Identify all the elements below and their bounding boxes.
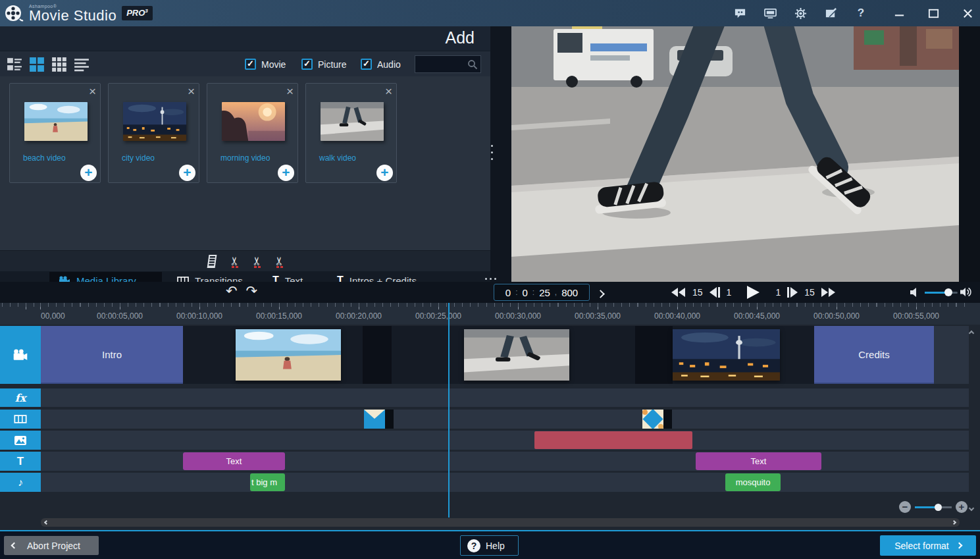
audio-clip-1[interactable]: t big m xyxy=(250,473,285,491)
maximize-button[interactable] xyxy=(926,6,941,20)
frame-back-icon[interactable] xyxy=(709,287,720,298)
view-large-grid-icon[interactable] xyxy=(29,57,45,72)
ruler-label: 00:00:45,000 xyxy=(734,311,780,321)
play-button[interactable] xyxy=(747,286,760,299)
effects-track-header[interactable]: fx xyxy=(0,388,41,407)
skip-back-amount: 15 xyxy=(692,287,703,298)
volume-knob[interactable] xyxy=(944,288,952,296)
scroll-up-icon[interactable] xyxy=(969,328,973,337)
image-track[interactable] xyxy=(0,431,969,450)
media-card-beach[interactable]: × beach video + xyxy=(9,83,101,183)
add-to-timeline-icon[interactable]: + xyxy=(179,165,195,181)
add-to-timeline-icon[interactable]: + xyxy=(278,165,294,181)
zoom-out-icon[interactable]: − xyxy=(899,501,911,513)
picture-checkbox[interactable] xyxy=(301,59,313,70)
timeline-splitter-handle[interactable] xyxy=(485,278,496,280)
help-button[interactable]: ? Help xyxy=(460,535,519,556)
panel-splitter[interactable] xyxy=(490,26,511,282)
volume-slider[interactable] xyxy=(925,292,958,294)
credits-clip[interactable]: Credits xyxy=(814,326,934,384)
city-clip[interactable] xyxy=(673,329,780,381)
filter-movie[interactable]: Movie xyxy=(245,59,286,70)
audio-clip-2[interactable]: mosquito xyxy=(725,473,781,491)
media-card-walk[interactable]: × walk video + xyxy=(305,83,397,183)
close-button[interactable] xyxy=(960,6,975,20)
minimize-button[interactable] xyxy=(892,6,906,20)
zoom-knob[interactable] xyxy=(935,504,942,511)
edit-project-icon[interactable] xyxy=(823,6,838,20)
cut-right-icon[interactable]: ✂ xyxy=(274,254,288,270)
timecode-display[interactable]: 0 : 0 : 25 , 800 xyxy=(494,284,590,301)
view-detail-icon[interactable] xyxy=(7,57,22,72)
screen-mode-icon[interactable] xyxy=(763,6,777,20)
video-track-header[interactable] xyxy=(0,326,41,384)
transition-clip-2[interactable] xyxy=(642,410,663,429)
filter-audio[interactable]: Audio xyxy=(361,59,401,70)
add-to-timeline-icon[interactable]: + xyxy=(80,165,97,181)
text-clip-1[interactable]: Text xyxy=(183,452,285,470)
cut-clip-icon[interactable]: ✂ xyxy=(230,254,243,270)
mute-icon[interactable] xyxy=(910,288,919,297)
frame-fwd-icon[interactable] xyxy=(787,287,798,298)
remove-media-icon[interactable]: × xyxy=(286,85,294,97)
view-list-icon[interactable] xyxy=(74,57,90,72)
transition-shadow xyxy=(385,410,394,429)
beach-clip[interactable] xyxy=(236,329,341,381)
movie-checkbox[interactable] xyxy=(245,59,256,70)
select-format-button[interactable]: Select format xyxy=(880,535,976,556)
transition-track-header[interactable] xyxy=(0,410,41,429)
add-to-timeline-icon[interactable]: + xyxy=(376,165,393,181)
audio-checkbox[interactable] xyxy=(361,59,372,70)
help-icon[interactable]: ? xyxy=(854,6,868,20)
audio-track[interactable]: t big m mosquito xyxy=(0,473,969,492)
volume-icon[interactable] xyxy=(960,287,972,297)
skip-fwd-amount: 15 xyxy=(804,287,815,298)
scroll-down-icon[interactable] xyxy=(969,503,973,512)
remove-media-icon[interactable]: × xyxy=(89,85,96,97)
image-overlay-clip[interactable] xyxy=(534,431,692,449)
playhead[interactable] xyxy=(448,303,450,518)
settings-gear-icon[interactable] xyxy=(793,6,808,20)
text-clip-2[interactable]: Text xyxy=(696,452,821,470)
image-track-header[interactable] xyxy=(0,431,41,450)
image-icon xyxy=(14,436,26,445)
search-box[interactable] xyxy=(415,55,481,73)
remove-media-icon[interactable]: × xyxy=(385,85,392,97)
horizontal-scrollbar[interactable] xyxy=(41,518,960,527)
zoom-in-icon[interactable]: + xyxy=(956,501,967,513)
delete-scene-icon[interactable] xyxy=(207,254,220,270)
transition-track[interactable] xyxy=(0,410,969,429)
intro-clip[interactable]: Intro xyxy=(41,326,183,384)
zoom-slider[interactable] xyxy=(915,506,952,508)
time-expand-icon[interactable] xyxy=(598,288,604,300)
effects-track[interactable] xyxy=(0,388,969,407)
time-ruler[interactable]: 00,000 00:00:05,000 00:00:10,000 00:00:1… xyxy=(0,303,980,325)
splitter-handle-icon xyxy=(491,145,493,160)
text-track[interactable]: Text Text xyxy=(0,452,969,471)
ruler-label: 00:00:30,000 xyxy=(495,311,541,321)
search-input[interactable] xyxy=(415,59,467,69)
frame-back-amount: 1 xyxy=(727,287,732,298)
video-preview[interactable] xyxy=(511,26,959,282)
audio-track-header[interactable]: ♪ xyxy=(0,473,41,492)
city-thumbnail xyxy=(123,102,186,141)
feedback-icon[interactable] xyxy=(733,6,747,20)
transition-clip-1[interactable] xyxy=(364,410,385,429)
cut-left-icon[interactable]: ✂ xyxy=(252,254,265,270)
remove-media-icon[interactable]: × xyxy=(188,85,195,97)
undo-icon[interactable]: ↶ xyxy=(226,283,238,299)
filter-picture[interactable]: Picture xyxy=(301,59,347,70)
skip-back-icon[interactable] xyxy=(671,288,686,297)
scroll-right-icon[interactable] xyxy=(952,520,956,525)
walk-clip[interactable] xyxy=(464,329,569,381)
add-media-button[interactable]: Add xyxy=(446,28,475,47)
view-small-grid-icon[interactable] xyxy=(51,57,67,72)
media-card-city[interactable]: × city video + xyxy=(108,83,199,183)
abort-project-button[interactable]: Abort Project xyxy=(4,536,99,555)
skip-fwd-icon[interactable] xyxy=(821,288,836,297)
scroll-left-icon[interactable] xyxy=(44,520,49,525)
redo-icon[interactable]: ↷ xyxy=(246,283,258,299)
media-card-morning[interactable]: × morning video + xyxy=(207,83,298,183)
text-track-header[interactable]: T xyxy=(0,452,41,471)
time-hours: 0 xyxy=(505,287,511,298)
